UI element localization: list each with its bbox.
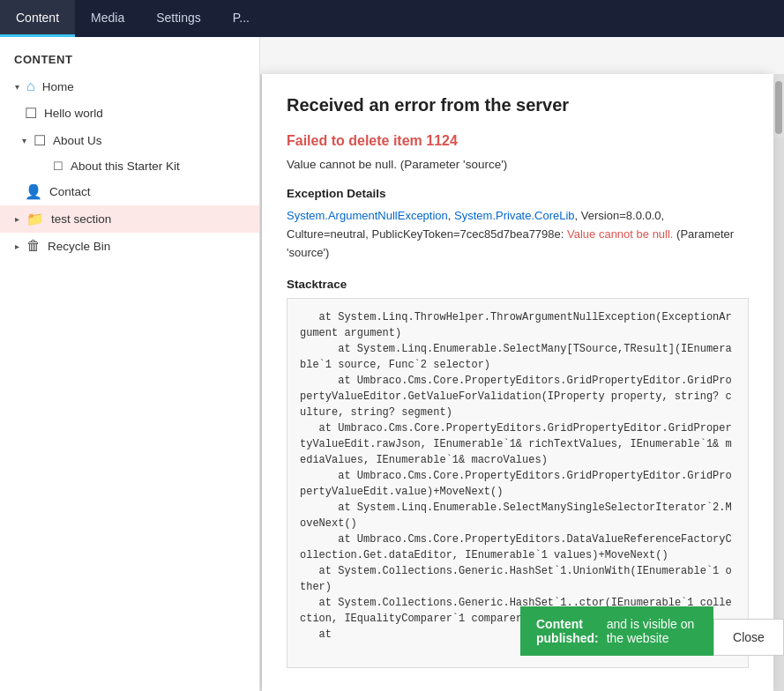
doc-icon-hello: ☐ — [25, 105, 37, 122]
nav-item-p[interactable]: P... — [217, 0, 265, 37]
scroll-thumb — [775, 81, 782, 134]
modal-overlay: Received an error from the server Failed… — [260, 74, 784, 691]
tree-label-about-us: About Us — [53, 134, 252, 147]
main-area: Content ▾ ⌂ Home ☐ Hello world ▾ ☐ About… — [0, 37, 784, 691]
tree-item-about-us[interactable]: ▾ ☐ About Us — [0, 127, 259, 154]
exception-blue2: System.Private.CoreLib — [454, 209, 575, 222]
nav-item-media[interactable]: Media — [75, 0, 140, 37]
nav-item-settings[interactable]: Settings — [140, 0, 217, 37]
trash-icon: 🗑 — [26, 238, 41, 254]
tree-item-starter-kit[interactable]: ☐ About this Starter Kit — [0, 154, 259, 178]
sidebar-title: Content — [0, 44, 259, 73]
tree-label-test-section: test section — [51, 212, 252, 226]
home-icon: ⌂ — [26, 78, 35, 94]
exception-label: Exception Details — [287, 187, 749, 200]
expand-icon-test: ▸ — [11, 213, 23, 226]
content-area: Received an error from the server Failed… — [260, 37, 784, 691]
tree-item-test-section[interactable]: ▸ 📁 test section — [0, 205, 259, 233]
expand-icon-recycle: ▸ — [11, 240, 23, 252]
sidebar: Content ▾ ⌂ Home ☐ Hello world ▾ ☐ About… — [0, 37, 260, 691]
tree-label-starter-kit: About this Starter Kit — [71, 160, 252, 173]
expand-icon-home: ▾ — [11, 80, 23, 93]
error-description: Value cannot be null. (Parameter 'source… — [287, 158, 749, 171]
stacktrace-label: Stacktrace — [287, 278, 749, 291]
exception-text: System.ArgumentNullException, System.Pri… — [287, 207, 749, 262]
tree-item-home[interactable]: ▾ ⌂ Home — [0, 73, 259, 100]
modal-panel: Received an error from the server Failed… — [262, 74, 773, 691]
nav-item-content[interactable]: Content — [0, 0, 75, 37]
tree-label-contact: Contact — [49, 185, 252, 198]
close-button[interactable]: Close — [713, 619, 784, 656]
tree-label-home: Home — [42, 80, 252, 93]
toast-text: and is visible on the website — [607, 617, 698, 645]
doc-icon-starter: ☐ — [53, 160, 63, 173]
expand-icon-about: ▾ — [18, 135, 30, 147]
exception-blue1: System.ArgumentNullException — [287, 209, 448, 222]
tree-label-hello-world: Hello world — [44, 107, 252, 120]
contact-icon: 👤 — [25, 183, 42, 200]
toast-notification: Content published: and is visible on the… — [520, 606, 713, 656]
doc-icon-about: ☐ — [34, 132, 46, 149]
toast-bold: Content published: — [536, 617, 603, 645]
top-nav: Content Media Settings P... — [0, 0, 784, 37]
tree-item-contact[interactable]: 👤 Contact — [0, 178, 259, 205]
tree-item-hello-world[interactable]: ☐ Hello world — [0, 100, 259, 127]
tree-item-recycle-bin[interactable]: ▸ 🗑 Recycle Bin — [0, 233, 259, 259]
folder-icon-test: 📁 — [26, 211, 44, 227]
tree-label-recycle-bin: Recycle Bin — [48, 240, 252, 253]
scrollbar[interactable] — [773, 74, 784, 137]
error-message: Failed to delete item 1124 — [287, 133, 749, 149]
modal-title: Received an error from the server — [287, 95, 749, 115]
exception-red: Value cannot be null. — [567, 227, 673, 241]
